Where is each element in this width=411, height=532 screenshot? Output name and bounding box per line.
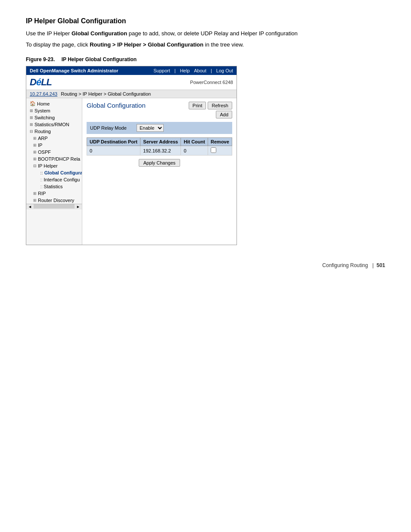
scroll-left-btn[interactable]: ◄	[26, 204, 34, 209]
refresh-button[interactable]: Refresh	[208, 102, 232, 109]
sidebar-item-interface-config[interactable]: :: Interface Configu	[26, 176, 82, 183]
nav-separator-2: |	[211, 68, 212, 73]
leaf-icon-stats: ::	[40, 184, 43, 189]
page-footer: Configuring Routing | 501	[26, 262, 385, 268]
sidebar-item-routing[interactable]: ⊟ Routing	[26, 128, 82, 135]
sidebar-label-iphelper: IP Helper	[38, 163, 58, 168]
leaf-icon-interface: ::	[40, 177, 43, 182]
sidebar-label-system: System	[34, 108, 50, 113]
sidebar-label-ip: IP	[38, 143, 42, 148]
expand-icon-rip: ⊞	[33, 191, 37, 196]
sidebar-item-switching[interactable]: ⊞ Switching	[26, 114, 82, 121]
sidebar-item-bootp[interactable]: ⊞ BOOTP/DHCP Rela	[26, 156, 82, 162]
doc-bold-2: Routing > IP Helper > Global Configurati…	[90, 41, 203, 48]
footer-text: Configuring Routing	[322, 262, 368, 268]
sidebar: 🏠 Home ⊞ System ⊞ Switching ⊞ Statistics…	[26, 98, 82, 245]
page-number: 501	[377, 262, 385, 268]
sidebar-item-ospf[interactable]: ⊞ OSPF	[26, 149, 82, 156]
cell-server-address: 192.168.32.2	[140, 146, 181, 156]
logout-link[interactable]: Log Out	[216, 68, 233, 73]
support-link[interactable]: Support	[153, 68, 170, 73]
sidebar-item-stats[interactable]: :: Statistics	[26, 183, 82, 190]
leaf-icon-global: ::	[40, 171, 43, 175]
expand-icon-system: ⊞	[30, 109, 33, 113]
sidebar-label-interface-config: Interface Configu	[44, 177, 80, 182]
data-table: UDP Destination Port Server Address Hit …	[87, 137, 232, 156]
sidebar-label-switching: Switching	[34, 115, 55, 120]
scroll-right-btn[interactable]: ►	[75, 204, 82, 209]
btn-row-top: Print Refresh	[189, 102, 232, 109]
main-content: 🏠 Home ⊞ System ⊞ Switching ⊞ Statistics…	[26, 98, 237, 245]
sidebar-label-home: Home	[37, 101, 50, 106]
panel-btn-row: Print Refresh Add	[189, 102, 232, 118]
powerconnect-label: PowerConnect 6248	[190, 80, 233, 85]
scroll-track	[34, 204, 75, 208]
udp-relay-select[interactable]: Enable Disable	[137, 124, 164, 132]
sidebar-item-system[interactable]: ⊞ System	[26, 107, 82, 114]
doc-bold-1: Global Configuration	[72, 30, 127, 37]
cell-remove[interactable]	[208, 146, 232, 156]
apply-changes-button[interactable]: Apply Changes	[139, 159, 181, 167]
app-title: Dell OpenManage Switch Administrator	[30, 68, 118, 73]
admin-ui: Dell OpenManage Switch Administrator Sup…	[26, 66, 237, 245]
udp-relay-row: UDP Relay Mode Enable Disable	[87, 122, 232, 134]
table-row: 0 192.168.32.2 0	[87, 146, 232, 156]
col-udp-port: UDP Destination Port	[87, 138, 140, 146]
print-button[interactable]: Print	[189, 102, 206, 109]
top-nav-bar: Dell OpenManage Switch Administrator Sup…	[26, 66, 237, 75]
breadcrumb-bar: 10.27.64.243 Routing > IP Helper > Globa…	[26, 90, 237, 98]
remove-checkbox[interactable]	[211, 147, 216, 153]
breadcrumb-ip[interactable]: 10.27.64.243	[30, 91, 57, 96]
sidebar-item-global-config[interactable]: :: Global Configurat	[26, 169, 82, 176]
sidebar-label-router-discovery: Router Discovery	[38, 198, 74, 203]
expand-icon-ip: ⊞	[33, 143, 37, 147]
help-link[interactable]: Help	[180, 68, 190, 73]
sidebar-item-rip[interactable]: ⊞ RIP	[26, 190, 82, 197]
sidebar-item-arp[interactable]: ⊞ ARP	[26, 135, 82, 142]
sidebar-label-arp: ARP	[38, 136, 48, 141]
expand-icon-router-discovery: ⊞	[33, 198, 37, 202]
expand-icon-iphelper: ⊟	[33, 164, 37, 168]
cell-hit-count: 0	[181, 146, 208, 156]
expand-icon-bootp: ⊞	[33, 157, 37, 161]
sidebar-item-router-discovery[interactable]: ⊞ Router Discovery	[26, 197, 82, 204]
apply-btn-row: Apply Changes	[87, 159, 232, 167]
sidebar-item-statistics[interactable]: ⊞ Statistics/RMON	[26, 121, 82, 128]
top-nav-links: Support | Help About | Log Out	[153, 68, 233, 73]
right-panel: Global Configuration Print Refresh Add U…	[82, 98, 237, 245]
sidebar-scroll-area: ◄ ►	[26, 204, 82, 209]
nav-separator-1: |	[174, 68, 176, 73]
footer-separator: |	[372, 262, 374, 268]
add-button[interactable]: Add	[216, 111, 232, 118]
sidebar-label-bootp: BOOTP/DHCP Rela	[38, 156, 80, 162]
udp-relay-label: UDP Relay Mode	[90, 125, 133, 131]
logo-bar: DéLL PowerConnect 6248	[26, 75, 237, 90]
doc-description-2: To display the page, click Routing > IP …	[26, 40, 385, 49]
panel-header: Global Configuration Print Refresh Add	[87, 102, 232, 118]
figure-label: Figure 9-23. IP Helper Global Configurat…	[26, 56, 385, 62]
sidebar-item-home[interactable]: 🏠 Home	[26, 100, 82, 107]
expand-icon-arp: ⊞	[33, 136, 37, 140]
sidebar-label-routing: Routing	[34, 129, 51, 134]
col-hit-count: Hit Count	[181, 138, 208, 146]
page-title: IP Helper Global Configuration	[26, 17, 385, 25]
home-icon: 🏠	[30, 101, 36, 106]
expand-icon-ospf: ⊞	[33, 150, 37, 154]
doc-description-1: Use the IP Helper Global Configuration p…	[26, 29, 385, 38]
col-remove: Remove	[208, 138, 232, 146]
col-server-address: Server Address	[140, 138, 181, 146]
expand-icon-statistics: ⊞	[30, 122, 33, 127]
panel-title: Global Configuration	[87, 102, 146, 109]
dell-logo: DéLL	[30, 77, 52, 88]
sidebar-label-stats: Statistics	[44, 184, 63, 189]
expand-icon-routing: ⊟	[30, 129, 33, 134]
sidebar-label-ospf: OSPF	[38, 149, 51, 155]
cell-udp-port: 0	[87, 146, 140, 156]
sidebar-label-statistics: Statistics/RMON	[34, 122, 69, 127]
breadcrumb-path: Routing > IP Helper > Global Configurati…	[61, 91, 151, 96]
about-link[interactable]: About	[194, 68, 206, 73]
sidebar-item-iphelper[interactable]: ⊟ IP Helper	[26, 162, 82, 169]
sidebar-label-global-config: Global Configurat	[44, 170, 82, 175]
sidebar-item-ip[interactable]: ⊞ IP	[26, 142, 82, 149]
sidebar-label-rip: RIP	[38, 191, 46, 196]
